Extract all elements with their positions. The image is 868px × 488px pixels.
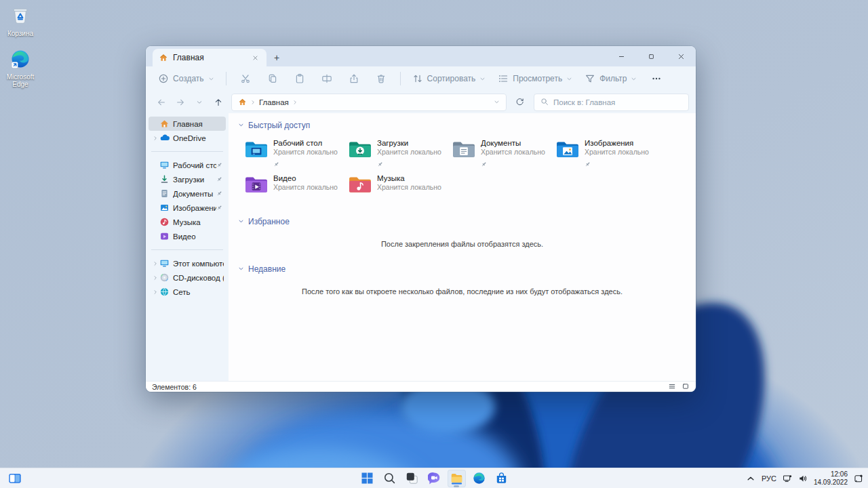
file-explorer-button[interactable]: [448, 470, 466, 487]
more-options-button[interactable]: [644, 70, 669, 87]
sidebar-item-label: Документы: [173, 190, 216, 198]
sidebar-item-computer[interactable]: Этот компьютер: [149, 256, 226, 270]
tile-subtitle: Хранится локально: [273, 183, 338, 191]
tile-subtitle: Хранится локально: [273, 148, 338, 156]
new-button[interactable]: Создать: [153, 70, 220, 87]
breadcrumb-item-home[interactable]: Главная: [259, 98, 289, 106]
tab-close-icon[interactable]: [250, 52, 260, 63]
pin-icon: [585, 158, 649, 170]
sidebar-item-pictures[interactable]: Изображения: [149, 201, 226, 215]
chevron-right-icon[interactable]: [292, 100, 298, 105]
store-button[interactable]: [492, 470, 511, 487]
chat-button[interactable]: [425, 470, 443, 487]
desktop-icon-label: Microsoft Edge: [1, 73, 39, 89]
task-view-button[interactable]: [403, 470, 421, 487]
large-icons-view-button[interactable]: [682, 382, 690, 392]
paste-button[interactable]: [287, 70, 313, 87]
notification-center-icon[interactable]: [854, 474, 863, 483]
sidebar-item-onedrive[interactable]: OneDrive: [149, 131, 226, 145]
filter-button[interactable]: Фильтр: [579, 70, 642, 87]
minimize-button[interactable]: [606, 46, 636, 66]
language-indicator[interactable]: РУС: [762, 474, 776, 483]
sidebar-item-home[interactable]: Главная: [149, 117, 226, 131]
sidebar-item-label: Изображения: [173, 204, 216, 212]
refresh-button[interactable]: [511, 94, 528, 111]
details-view-button[interactable]: [668, 382, 676, 392]
taskbar-search-button[interactable]: [380, 470, 399, 487]
tile-subtitle: Хранится локально: [585, 148, 649, 156]
collapse-icon: [238, 264, 244, 274]
view-button-label: Просмотреть: [513, 74, 562, 83]
clock[interactable]: 12:06 14.09.2022: [814, 470, 848, 487]
computer-icon: [159, 258, 170, 268]
chevron-right-icon[interactable]: [151, 136, 159, 141]
recent-empty-message: После того как вы откроете несколько фай…: [238, 287, 686, 296]
back-button[interactable]: [153, 94, 170, 111]
section-header-favorites[interactable]: Избранное: [238, 217, 686, 226]
edge-icon: [10, 49, 31, 72]
sort-icon: [412, 73, 423, 84]
network-icon[interactable]: [783, 474, 792, 483]
sidebar-divider: [151, 151, 223, 152]
sort-button[interactable]: Сортировать: [407, 70, 492, 87]
address-bar[interactable]: Главная: [231, 94, 507, 111]
tab-title: Главная: [173, 53, 204, 62]
quick-access-tile-videos[interactable]: ВидеоХранится локально: [245, 174, 349, 203]
quick-access-tile-pictures[interactable]: ИзображенияХранится локально: [556, 138, 660, 168]
section-header-recent[interactable]: Недавние: [238, 264, 686, 274]
sidebar-item-network[interactable]: Сеть: [149, 285, 226, 299]
quick-access-tile-music[interactable]: МузыкаХранится локально: [349, 174, 452, 203]
start-button[interactable]: [358, 470, 376, 487]
chevron-down-icon: [208, 76, 214, 82]
forward-button[interactable]: [172, 94, 189, 111]
tray-chevron-up-icon[interactable]: [746, 474, 755, 483]
sidebar-item-label: Сеть: [173, 288, 224, 296]
quick-access-tile-downloads[interactable]: ЗагрузкиХранится локально: [349, 138, 452, 168]
chevron-right-icon[interactable]: [151, 261, 159, 266]
sidebar-item-videos[interactable]: Видео: [149, 229, 226, 243]
desktop-icon-list: Корзина Microsoft Edge: [1, 5, 39, 89]
quick-access-tile-documents[interactable]: ДокументыХранится локально: [452, 138, 556, 168]
sidebar-item-label: Видео: [173, 232, 224, 241]
explorer-tab-home[interactable]: Главная: [153, 49, 267, 66]
sidebar-divider: [151, 249, 223, 250]
tray-date: 14.09.2022: [814, 479, 848, 487]
window-titlebar: Главная +: [146, 46, 696, 66]
quick-access-tile-desktop[interactable]: Рабочий столХранится локально: [245, 138, 349, 168]
address-dropdown-icon[interactable]: [494, 98, 500, 106]
sidebar-item-cd[interactable]: CD-дисковод (D:) Virtua: [149, 270, 226, 285]
maximize-button[interactable]: [636, 46, 666, 66]
recent-locations-button[interactable]: [191, 94, 208, 111]
up-button[interactable]: [210, 94, 227, 111]
cut-button[interactable]: [233, 70, 258, 87]
search-box[interactable]: Поиск в: Главная: [534, 94, 689, 111]
desktop-icon-edge[interactable]: Microsoft Edge: [1, 49, 39, 89]
sidebar-item-documents[interactable]: Документы: [149, 186, 226, 201]
desktop-icon-recycle-bin[interactable]: Корзина: [1, 5, 39, 38]
tile-name: Документы: [481, 139, 545, 147]
volume-icon[interactable]: [798, 474, 808, 483]
sidebar-item-downloads[interactable]: Загрузки: [149, 172, 226, 186]
tile-text: ВидеоХранится локально: [273, 174, 338, 191]
view-button[interactable]: Просмотреть: [492, 70, 578, 87]
desktop-icon: [159, 160, 170, 170]
close-button[interactable]: [666, 46, 696, 66]
chevron-right-icon[interactable]: [151, 289, 159, 295]
plus-circle-icon: [158, 73, 169, 84]
chevron-right-icon[interactable]: [151, 275, 159, 281]
share-button[interactable]: [341, 70, 367, 87]
delete-button[interactable]: [368, 70, 394, 87]
edge-button[interactable]: [470, 470, 488, 487]
home-icon: [159, 53, 168, 62]
pin-icon: [216, 176, 224, 182]
rename-button[interactable]: [314, 70, 340, 87]
widgets-button[interactable]: [6, 470, 24, 487]
sidebar-item-music[interactable]: Музыка: [149, 215, 226, 229]
section-header-quick-access[interactable]: Быстрый доступ: [238, 121, 686, 130]
sidebar-item-desktop[interactable]: Рабочий стол: [149, 158, 226, 172]
new-tab-button[interactable]: +: [267, 49, 287, 66]
sidebar-item-label: Этот компьютер: [173, 260, 224, 268]
copy-button[interactable]: [260, 70, 285, 87]
downloads-icon: [159, 174, 170, 184]
pin-icon: [216, 162, 224, 168]
